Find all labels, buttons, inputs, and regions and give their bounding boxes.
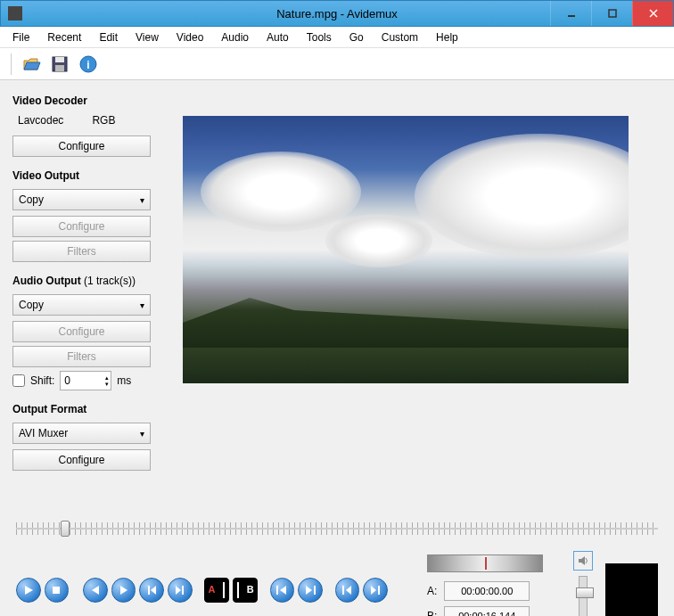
open-icon[interactable] [19, 52, 44, 77]
marker-b-label: B: [427, 610, 437, 616]
svg-marker-9 [25, 586, 33, 595]
minimize-button[interactable] [550, 1, 591, 26]
svg-rect-17 [276, 586, 278, 595]
marker-a-time: 00:00:00.00 [444, 581, 530, 601]
timeline-slider[interactable] [16, 519, 658, 544]
svg-marker-11 [92, 586, 99, 595]
preview-pane [183, 80, 674, 513]
video-decoder-title: Video Decoder [12, 94, 170, 107]
output-format-configure-button[interactable]: Configure [12, 449, 151, 471]
audio-output-select[interactable]: Copy [12, 294, 151, 316]
svg-rect-16 [182, 586, 184, 595]
titlebar: Nature.mpg - Avidemux [0, 0, 674, 27]
svg-rect-5 [55, 57, 64, 62]
vu-meter [605, 563, 658, 616]
output-format-select[interactable]: AVI Muxer [12, 423, 151, 444]
maximize-button[interactable] [591, 1, 632, 26]
shift-unit: ms [117, 374, 131, 387]
next-keyframe-button[interactable] [168, 578, 193, 603]
shift-value-input[interactable]: 0 [60, 371, 111, 390]
svg-marker-22 [346, 586, 351, 595]
svg-rect-10 [53, 587, 60, 594]
svg-rect-21 [342, 586, 344, 595]
shift-label: Shift: [30, 374, 54, 387]
video-output-title: Video Output [12, 169, 170, 182]
svg-marker-23 [371, 586, 376, 595]
toolbar: i [0, 48, 674, 80]
video-output-filters-button[interactable]: Filters [12, 241, 151, 262]
next-frame-button[interactable] [111, 578, 136, 603]
svg-marker-18 [280, 586, 286, 595]
menu-view[interactable]: View [127, 29, 168, 46]
svg-marker-13 [151, 586, 156, 595]
menu-go[interactable]: Go [341, 29, 373, 46]
menu-file[interactable]: File [4, 29, 38, 46]
marker-b-time: 00:00:16.144 [444, 606, 530, 616]
svg-marker-19 [306, 586, 312, 595]
menu-recent[interactable]: Recent [38, 29, 90, 46]
video-output-configure-button[interactable]: Configure [12, 216, 151, 237]
close-button[interactable] [632, 1, 673, 26]
svg-rect-14 [148, 586, 150, 595]
menu-video[interactable]: Video [168, 29, 212, 46]
menu-help[interactable]: Help [427, 29, 467, 46]
sidebar: Video Decoder Lavcodec RGB Configure Vid… [0, 80, 183, 513]
goto-marker-b-button[interactable] [298, 578, 323, 603]
video-preview [183, 116, 629, 383]
marker-a-label: A: [427, 585, 437, 597]
svg-rect-1 [609, 10, 616, 17]
shift-checkbox[interactable] [12, 374, 25, 387]
set-marker-a-button[interactable]: A [204, 578, 229, 603]
menu-edit[interactable]: Edit [90, 29, 127, 46]
decoder-codec: Lavcodec [18, 114, 63, 127]
svg-marker-15 [176, 586, 181, 595]
audio-output-filters-button[interactable]: Filters [12, 346, 151, 367]
speaker-icon[interactable] [573, 551, 593, 571]
stop-button[interactable] [45, 578, 70, 603]
audio-output-title: Audio Output (1 track(s)) [12, 275, 170, 287]
menubar: File Recent Edit View Video Audio Auto T… [0, 27, 674, 48]
goto-marker-a-button[interactable] [270, 578, 295, 603]
timeline-thumb[interactable] [61, 521, 70, 537]
audio-output-configure-button[interactable]: Configure [12, 321, 151, 342]
menu-custom[interactable]: Custom [373, 29, 427, 46]
menu-tools[interactable]: Tools [298, 29, 341, 46]
app-icon [8, 6, 22, 21]
set-marker-b-button[interactable]: B [233, 578, 258, 603]
svg-marker-25 [579, 556, 585, 565]
menu-auto[interactable]: Auto [258, 29, 298, 46]
scrub-wheel[interactable] [427, 554, 543, 572]
decoder-colorspace: RGB [92, 114, 115, 127]
video-output-select[interactable]: Copy [12, 189, 151, 210]
window-title: Nature.mpg - Avidemux [276, 7, 398, 21]
goto-start-button[interactable] [335, 578, 360, 603]
output-format-title: Output Format [12, 403, 170, 415]
prev-keyframe-button[interactable] [139, 578, 164, 603]
menu-audio[interactable]: Audio [212, 29, 258, 46]
goto-end-button[interactable] [363, 578, 388, 603]
svg-rect-20 [314, 586, 316, 595]
svg-text:i: i [86, 59, 89, 71]
decoder-configure-button[interactable]: Configure [12, 136, 151, 157]
volume-slider[interactable] [579, 576, 588, 616]
info-icon[interactable]: i [76, 52, 101, 77]
svg-marker-12 [120, 586, 127, 595]
save-icon[interactable] [47, 52, 72, 77]
prev-frame-button[interactable] [83, 578, 108, 603]
svg-rect-6 [55, 65, 64, 71]
bottom-panel: A B A: 00:00:00.00 B: 00:00:16.144 [0, 513, 674, 616]
svg-rect-24 [378, 586, 380, 595]
play-button[interactable] [16, 578, 41, 603]
